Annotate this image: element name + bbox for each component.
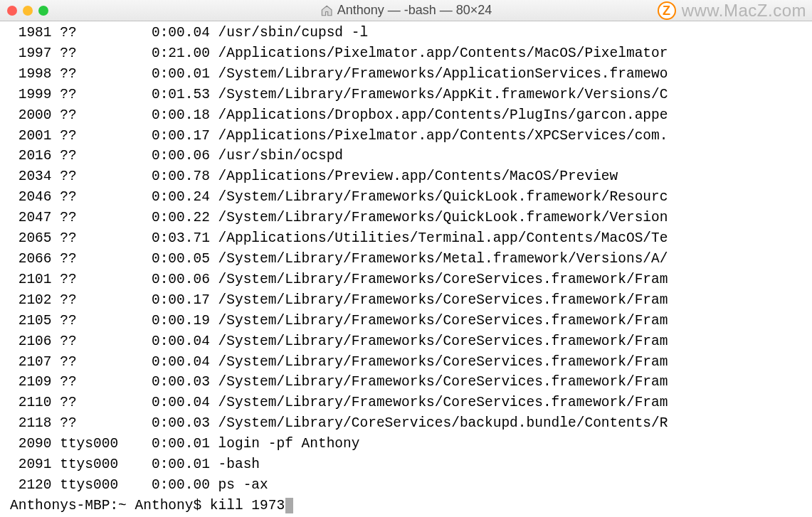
process-row: 2101 ?? 0:00.06 /System/Library/Framewor… [0,270,812,290]
close-button[interactable] [7,6,17,16]
process-row: 2016 ?? 0:00.06 /usr/sbin/ocspd [0,146,812,166]
home-icon [320,4,333,17]
window-titlebar: Anthony — -bash — 80×24 Z www.MacZ.com [0,0,812,21]
watermark-text: www.MacZ.com [682,1,806,21]
process-row: 2110 ?? 0:00.04 /System/Library/Framewor… [0,393,812,413]
cursor [285,498,293,513]
process-row: 2091 ttys000 0:00.01 -bash [0,454,812,475]
process-row: 2001 ?? 0:00.17 /Applications/Pixelmator… [0,126,812,146]
process-row: 2065 ?? 0:03.71 /Applications/Utilities/… [0,228,812,249]
process-row: 2109 ?? 0:00.03 /System/Library/Framewor… [0,372,812,393]
process-row: 1981 ?? 0:00.04 /usr/sbin/cupsd -l [0,23,812,43]
process-row: 2090 ttys000 0:00.01 login -pf Anthony [0,434,812,454]
maximize-button[interactable] [38,6,48,16]
terminal-output[interactable]: 1981 ?? 0:00.04 /usr/sbin/cupsd -l 1997 … [0,21,812,517]
process-row: 1997 ?? 0:21.00 /Applications/Pixelmator… [0,43,812,64]
process-row: 2118 ?? 0:00.03 /System/Library/CoreServ… [0,413,812,434]
watermark: Z www.MacZ.com [658,1,806,21]
process-row: 2047 ?? 0:00.22 /System/Library/Framewor… [0,208,812,228]
watermark-logo-icon: Z [658,1,676,20]
process-row: 2105 ?? 0:00.19 /System/Library/Framewor… [0,311,812,331]
typed-command: kill 1973 [210,498,285,513]
window-title: Anthony — -bash — 80×24 [320,3,492,18]
minimize-button[interactable] [23,6,33,16]
prompt-line[interactable]: Anthonys-MBP:~ Anthony$ kill 1973 [0,496,812,516]
process-row: 2106 ?? 0:00.04 /System/Library/Framewor… [0,331,812,352]
process-row: 2034 ?? 0:00.78 /Applications/Preview.ap… [0,166,812,187]
traffic-lights [7,6,48,16]
process-row: 2046 ?? 0:00.24 /System/Library/Framewor… [0,187,812,208]
process-row: 2102 ?? 0:00.17 /System/Library/Framewor… [0,290,812,311]
process-row: 2107 ?? 0:00.04 /System/Library/Framewor… [0,352,812,373]
process-row: 2066 ?? 0:00.05 /System/Library/Framewor… [0,249,812,270]
shell-prompt: Anthonys-MBP:~ Anthony$ [10,498,210,513]
process-row: 2120 ttys000 0:00.00 ps -ax [0,475,812,496]
process-row: 1998 ?? 0:00.01 /System/Library/Framewor… [0,64,812,85]
process-row: 2000 ?? 0:00.18 /Applications/Dropbox.ap… [0,105,812,126]
window-title-text: Anthony — -bash — 80×24 [337,3,492,18]
process-row: 1999 ?? 0:01.53 /System/Library/Framewor… [0,85,812,105]
